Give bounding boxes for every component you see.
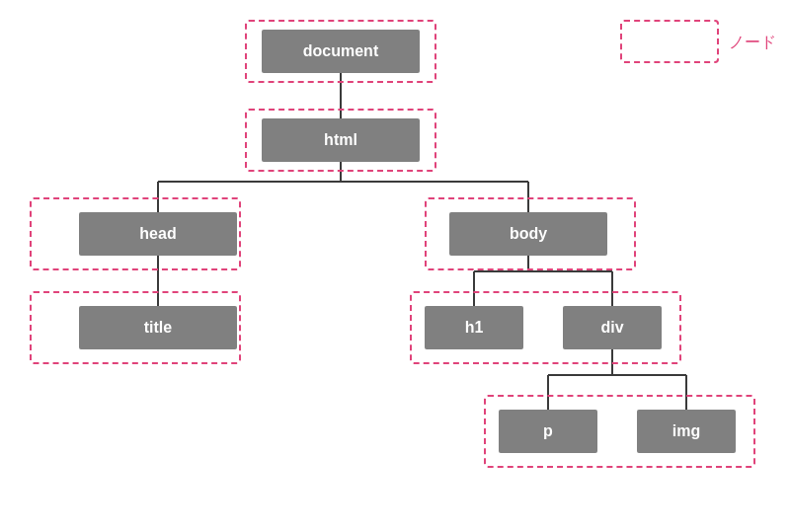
diagram: document html head body title h1 div p i… <box>0 0 790 532</box>
node-head: head <box>79 212 237 256</box>
node-img-label: img <box>672 422 700 440</box>
node-body-label: body <box>510 225 547 243</box>
node-div-label: div <box>600 319 623 337</box>
node-p-label: p <box>543 422 553 440</box>
node-h1-label: h1 <box>465 319 484 337</box>
node-p: p <box>499 410 597 453</box>
node-title: title <box>79 306 237 349</box>
node-h1: h1 <box>425 306 523 349</box>
node-head-label: head <box>139 225 176 243</box>
legend-node-label: ノード <box>729 33 776 53</box>
node-div: div <box>563 306 662 349</box>
node-img: img <box>637 410 736 453</box>
node-title-label: title <box>144 319 172 337</box>
node-html-label: html <box>324 131 357 149</box>
node-html: html <box>262 118 420 162</box>
node-body: body <box>449 212 607 256</box>
node-document-label: document <box>303 42 378 60</box>
dashed-box-node-legend <box>620 20 719 63</box>
node-document: document <box>262 30 420 73</box>
